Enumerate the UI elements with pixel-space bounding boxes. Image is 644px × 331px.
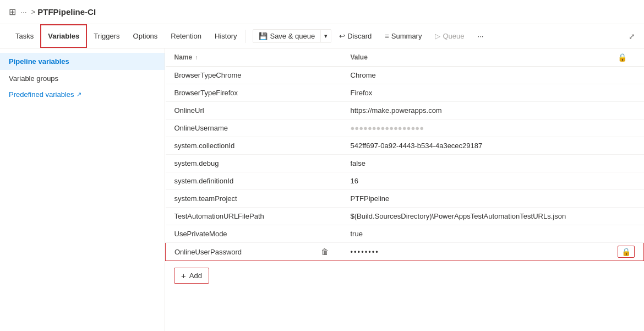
table-row: system.debugfalse <box>166 155 644 172</box>
variable-name: OnlineUrl <box>166 102 342 120</box>
variables-table: Name ↑ Value 🔒 BrowserTypeChromeChromeBr… <box>165 48 644 261</box>
expand-button[interactable]: ⤢ <box>629 32 635 41</box>
variable-name: TestAutomationURLFilePath <box>166 208 342 225</box>
lock-cell <box>609 172 644 190</box>
blurred-value: ●●●●●●●●●●●●●●●●● <box>351 124 424 132</box>
masked-value: •••••••• <box>351 248 379 256</box>
summary-icon: ≡ <box>385 32 389 40</box>
table-row: TestAutomationURLFilePath$(Build.Sources… <box>166 208 644 225</box>
discard-button[interactable]: ↩ Discard <box>334 30 377 42</box>
sidebar: Pipeline variables Variable groups Prede… <box>0 48 165 331</box>
more-actions-button[interactable]: ··· <box>472 30 489 42</box>
table-row: UsePrivateModetrue <box>166 225 644 243</box>
add-section: + Add <box>165 261 644 290</box>
lock-cell: 🔒 <box>609 243 644 261</box>
name-delete-wrapper: OnlineUserPassword🗑 <box>174 247 333 256</box>
lock-cell <box>609 137 644 155</box>
variable-value: PTFPipeline <box>342 190 609 208</box>
queue-button[interactable]: ▷ Queue <box>429 30 470 42</box>
app-icon: ⊞ <box>9 7 16 17</box>
breadcrumb-separator: > <box>31 8 36 16</box>
sort-arrow[interactable]: ↑ <box>195 55 198 61</box>
lock-icon[interactable]: 🔒 <box>618 246 635 258</box>
table-header-row: Name ↑ Value 🔒 <box>166 48 644 67</box>
save-queue-button[interactable]: 💾 Save & queue ▾ <box>253 29 331 43</box>
variable-name: UsePrivateMode <box>166 225 342 243</box>
save-icon: 💾 <box>259 32 268 40</box>
value-column-header: Value <box>342 48 609 67</box>
variable-name: OnlineUsername <box>166 120 342 137</box>
variable-value: Firefox <box>342 84 609 102</box>
tab-history[interactable]: History <box>208 24 243 48</box>
plus-icon: + <box>181 271 186 280</box>
discard-icon: ↩ <box>339 32 345 40</box>
lock-cell <box>609 102 644 120</box>
variables-content: Name ↑ Value 🔒 BrowserTypeChromeChromeBr… <box>165 48 644 331</box>
variable-name: system.collectionId <box>166 137 342 155</box>
table-row: system.collectionId542ff697-0a92-4443-b5… <box>166 137 644 155</box>
lock-cell <box>609 120 644 137</box>
variable-value: ●●●●●●●●●●●●●●●●● <box>342 120 609 137</box>
name-column-header: Name ↑ <box>166 48 342 67</box>
variable-value: https://make.powerapps.com <box>342 102 609 120</box>
delete-icon[interactable]: 🗑 <box>321 247 329 256</box>
variable-value: 16 <box>342 172 609 190</box>
nav-actions: 💾 Save & queue ▾ ↩ Discard ≡ Summary ▷ Q… <box>253 29 489 43</box>
variable-value: Chrome <box>342 67 609 84</box>
sidebar-item-pipeline-variables[interactable]: Pipeline variables <box>0 53 165 70</box>
lock-cell <box>609 84 644 102</box>
tab-tasks[interactable]: Tasks <box>9 24 40 48</box>
sidebar-item-variable-groups[interactable]: Variable groups <box>0 70 165 87</box>
variable-value: true <box>342 225 609 243</box>
table-row: OnlineUrlhttps://make.powerapps.com <box>166 102 644 120</box>
tab-retention[interactable]: Retention <box>164 24 208 48</box>
summary-button[interactable]: ≡ Summary <box>379 30 427 42</box>
lock-cell <box>609 208 644 225</box>
variable-name: BrowserTypeChrome <box>166 67 342 84</box>
variable-value: 542ff697-0a92-4443-b534-4a3ecec29187 <box>342 137 609 155</box>
table-row: system.teamProjectPTFPipeline <box>166 190 644 208</box>
top-bar: ⊞ ··· > PTFPipeline-CI <box>0 0 644 24</box>
variable-name: system.debug <box>166 155 342 172</box>
lock-cell <box>609 190 644 208</box>
variable-name: OnlineUserPassword <box>174 248 242 256</box>
main-layout: Pipeline variables Variable groups Prede… <box>0 48 644 331</box>
lock-cell <box>609 67 644 84</box>
lock-cell <box>609 225 644 243</box>
table-row: OnlineUserPassword🗑••••••••🔒 <box>166 243 644 261</box>
variable-name: system.teamProject <box>166 190 342 208</box>
lock-header-icon: 🔒 <box>618 53 627 62</box>
lock-column-header: 🔒 <box>609 48 644 67</box>
queue-icon: ▷ <box>435 32 440 40</box>
nav-tabs: Tasks Variables Triggers Options Retenti… <box>0 24 644 48</box>
variable-value: •••••••• <box>342 243 609 261</box>
variable-value: false <box>342 155 609 172</box>
tab-variables[interactable]: Variables <box>40 24 87 48</box>
variable-value: $(Build.SourcesDirectory)\PowerAppsTestA… <box>342 208 609 225</box>
tab-divider <box>245 30 246 43</box>
save-queue-main[interactable]: 💾 Save & queue <box>253 30 320 42</box>
lock-cell <box>609 155 644 172</box>
table-row: system.definitionId16 <box>166 172 644 190</box>
save-queue-chevron[interactable]: ▾ <box>320 30 331 42</box>
pipeline-title: PTFPipeline-CI <box>37 7 96 17</box>
external-link-icon: ↗ <box>77 91 81 98</box>
variable-name: system.definitionId <box>166 172 342 190</box>
more-dots[interactable]: ··· <box>20 8 27 17</box>
variable-name: BrowserTypeFirefox <box>166 84 342 102</box>
tab-options[interactable]: Options <box>127 24 165 48</box>
predefined-variables-link[interactable]: Predefined variables ↗ <box>0 87 165 102</box>
table-row: BrowserTypeFirefoxFirefox <box>166 84 644 102</box>
tab-triggers[interactable]: Triggers <box>87 24 126 48</box>
table-row: OnlineUsername●●●●●●●●●●●●●●●●● <box>166 120 644 137</box>
table-row: BrowserTypeChromeChrome <box>166 67 644 84</box>
add-variable-button[interactable]: + Add <box>174 268 209 284</box>
